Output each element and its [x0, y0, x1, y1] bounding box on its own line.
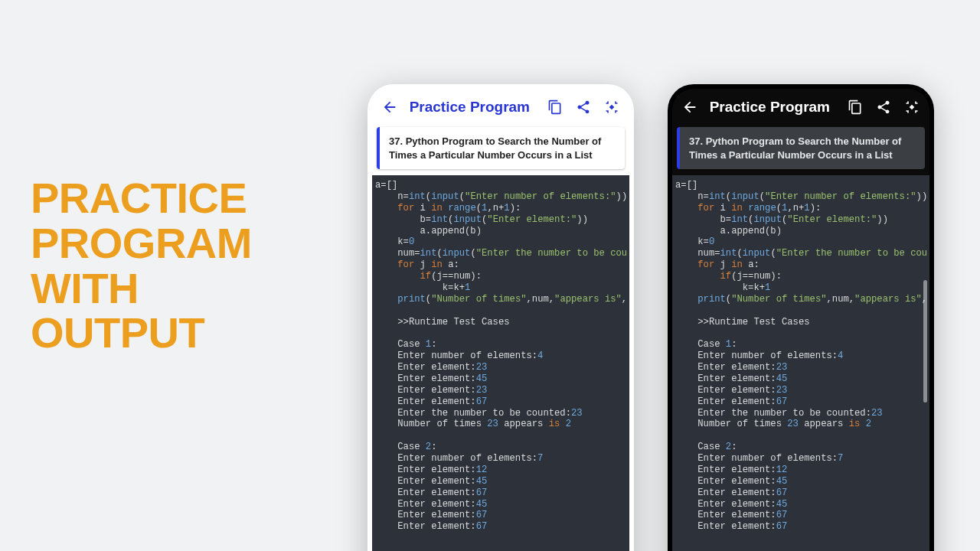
arrow-left-icon — [381, 99, 398, 116]
code-viewer[interactable]: a=[] n=int(input("Enter number of elemen… — [372, 175, 629, 551]
phone-mockup-light: Practice Program 37. Python Program to S… — [368, 84, 634, 551]
app-bar: Practice Program — [672, 89, 929, 126]
back-button[interactable] — [380, 96, 400, 118]
share-button[interactable] — [573, 96, 594, 118]
fullscreen-button[interactable] — [901, 96, 922, 118]
fullscreen-icon — [904, 99, 920, 115]
back-button[interactable] — [680, 96, 701, 118]
marketing-headline: PRACTICE PROGRAM WITH OUTPUT — [31, 176, 252, 356]
share-button[interactable] — [874, 96, 894, 118]
headline-line: PRACTICE — [31, 176, 252, 221]
share-icon — [876, 99, 891, 115]
copy-icon — [848, 99, 863, 115]
copy-button[interactable] — [845, 96, 866, 118]
fullscreen-icon — [604, 99, 619, 115]
problem-title-text: 37. Python Program to Search the Number … — [689, 135, 901, 161]
fullscreen-button[interactable] — [601, 96, 622, 118]
appbar-title: Practice Program — [710, 99, 830, 116]
arrow-left-icon — [681, 99, 698, 116]
share-icon — [576, 99, 591, 115]
problem-title-card[interactable]: 37. Python Program to Search the Number … — [677, 127, 925, 169]
copy-button[interactable] — [545, 96, 566, 118]
problem-title-card[interactable]: 37. Python Program to Search the Number … — [377, 127, 625, 169]
code-viewer[interactable]: a=[] n=int(input("Enter number of elemen… — [672, 175, 929, 551]
headline-line: WITH — [31, 266, 252, 311]
copy-icon — [547, 99, 563, 115]
phone-mockup-dark: Practice Program 37. Python Program to S… — [668, 84, 934, 551]
problem-title-text: 37. Python Program to Search the Number … — [389, 135, 601, 161]
app-bar: Practice Program — [372, 89, 629, 126]
headline-line: PROGRAM — [31, 221, 252, 266]
headline-line: OUTPUT — [31, 311, 252, 356]
appbar-title: Practice Program — [410, 99, 530, 116]
scrollbar-thumb[interactable] — [923, 280, 927, 403]
